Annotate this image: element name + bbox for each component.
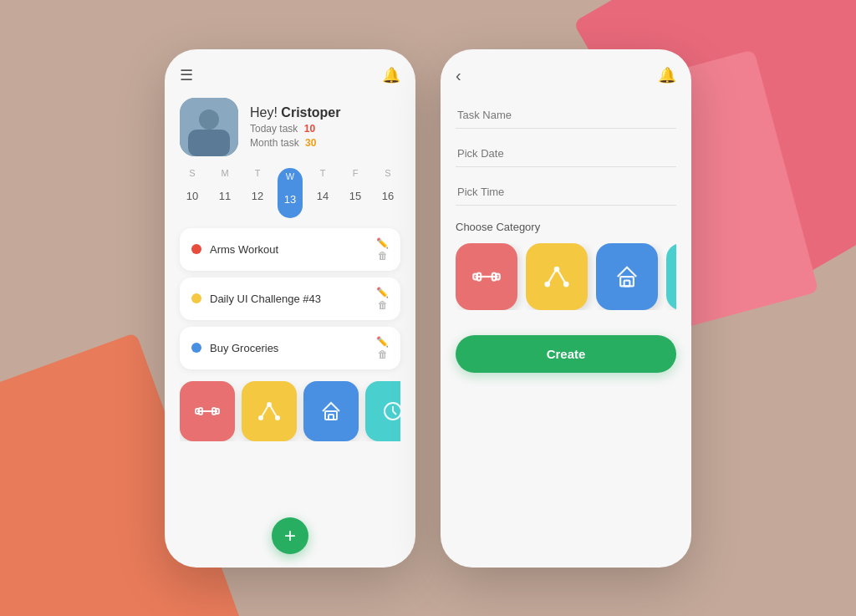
pick-date-input[interactable] — [456, 140, 676, 167]
delete-icon[interactable]: 🗑 — [378, 300, 388, 310]
cal-day-sun[interactable]: S 10 — [180, 168, 205, 218]
task-left: Daily UI Challenge #43 — [191, 293, 321, 305]
month-task-count: 30 — [305, 137, 316, 149]
svg-rect-13 — [329, 415, 334, 420]
back-icon[interactable]: ‹ — [456, 66, 461, 85]
greeting-text: Hey! Cristoper — [250, 105, 340, 120]
task-item-groceries: Buy Groceries ✏️ 🗑 — [180, 327, 400, 369]
menu-icon[interactable]: ☰ — [180, 66, 193, 84]
fab-add-button[interactable]: + — [272, 517, 308, 554]
choose-category-label: Choose Category — [456, 221, 676, 233]
pick-time-input[interactable] — [456, 179, 676, 206]
task-dot-blue — [191, 343, 201, 353]
svg-line-16 — [393, 411, 396, 415]
cat-design[interactable] — [526, 243, 588, 310]
cal-day-sat[interactable]: S 16 — [375, 168, 400, 218]
task-dot-yellow — [191, 293, 201, 303]
svg-point-1 — [199, 109, 219, 130]
category-grid — [456, 243, 676, 310]
today-task-row: Today task 10 — [250, 123, 340, 135]
svg-point-24 — [564, 282, 568, 286]
month-task-row: Month task 30 — [250, 137, 340, 149]
pick-time-group — [456, 179, 676, 206]
cat-other[interactable] — [666, 243, 676, 310]
svg-point-11 — [276, 416, 279, 420]
cal-day-wed-active[interactable]: W 13 — [278, 168, 303, 218]
username: Cristoper — [281, 105, 340, 120]
task-name-arms: Arms Workout — [210, 243, 278, 256]
task-item-arms: Arms Workout ✏️ 🗑 — [180, 228, 400, 271]
category-card-fitness[interactable] — [180, 381, 235, 441]
create-button[interactable]: Create — [456, 335, 676, 373]
profile-section: Hey! Cristoper Today task 10 Month task … — [180, 98, 400, 156]
task-item-daily-ui: Daily UI Challenge #43 ✏️ 🗑 — [180, 277, 400, 320]
delete-icon[interactable]: 🗑 — [378, 349, 388, 359]
svg-point-23 — [546, 282, 550, 286]
phone-add-task: ‹ 🔔 Choose Category — [441, 49, 691, 568]
calendar-week: S 10 M 11 T 12 W 13 T 14 F 15 — [180, 168, 400, 218]
cal-day-tue[interactable]: T 12 — [245, 168, 270, 218]
cal-day-fri[interactable]: F 15 — [343, 168, 368, 218]
task-name-input[interactable] — [456, 102, 676, 129]
task-actions: ✏️ 🗑 — [376, 337, 389, 359]
cat-fitness[interactable] — [456, 243, 517, 310]
phone2-header: ‹ 🔔 — [456, 66, 676, 85]
profile-info: Hey! Cristoper Today task 10 Month task … — [250, 105, 340, 149]
task-name-daily-ui: Daily UI Challenge #43 — [210, 293, 321, 305]
today-task-count: 10 — [304, 123, 315, 135]
task-actions: ✏️ 🗑 — [376, 288, 389, 310]
category-card-home[interactable] — [303, 381, 359, 441]
category-row — [180, 381, 400, 441]
avatar-image — [180, 98, 238, 156]
phone1-header: ☰ 🔔 — [180, 66, 400, 84]
category-card-extra[interactable] — [365, 381, 400, 441]
notification-icon[interactable]: 🔔 — [658, 66, 676, 84]
svg-point-22 — [555, 267, 559, 271]
cat-home[interactable] — [596, 243, 658, 310]
task-name-group — [456, 102, 676, 129]
task-dot-red — [191, 244, 201, 254]
pick-date-group — [456, 140, 676, 167]
task-name-groceries: Buy Groceries — [210, 342, 278, 354]
edit-icon[interactable]: ✏️ — [376, 238, 389, 248]
cal-day-thu[interactable]: T 14 — [310, 168, 335, 218]
cal-day-mon[interactable]: M 11 — [212, 168, 237, 218]
task-actions: ✏️ 🗑 — [376, 238, 389, 261]
phone-dashboard: ☰ 🔔 Hey! Cristoper Tod — [165, 49, 415, 568]
task-list: Arms Workout ✏️ 🗑 Daily UI Challenge #43… — [180, 228, 400, 369]
edit-icon[interactable]: ✏️ — [376, 288, 389, 298]
phones-container: ☰ 🔔 Hey! Cristoper Tod — [165, 49, 691, 568]
avatar — [180, 98, 238, 156]
svg-rect-26 — [624, 280, 630, 286]
svg-rect-3 — [188, 130, 230, 156]
task-left: Arms Workout — [191, 243, 278, 256]
svg-point-9 — [268, 403, 271, 406]
edit-icon[interactable]: ✏️ — [376, 337, 389, 347]
svg-point-10 — [259, 416, 262, 420]
notification-icon[interactable]: 🔔 — [382, 66, 400, 84]
category-card-design[interactable] — [242, 381, 297, 441]
task-left: Buy Groceries — [191, 342, 278, 354]
delete-icon[interactable]: 🗑 — [378, 251, 388, 261]
